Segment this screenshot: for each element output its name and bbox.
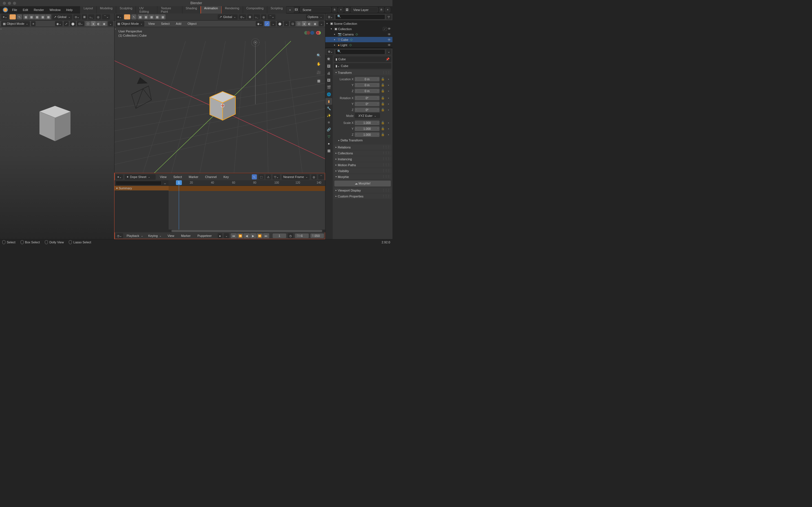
ds-marker-menu[interactable]: Marker xyxy=(186,174,201,180)
mode-dropdown-left[interactable]: ▦ Object Mode xyxy=(1,21,30,26)
workspace-tab-rendering[interactable]: Rendering xyxy=(221,5,243,15)
playhead[interactable]: 1 xyxy=(179,180,179,232)
expand-handle-icon[interactable]: › xyxy=(0,27,2,31)
jump-start-icon[interactable]: ⏮ xyxy=(231,233,237,238)
menu-help[interactable]: Help xyxy=(64,7,75,13)
ds-f-puppeteer[interactable]: Puppeteer xyxy=(195,233,214,238)
tree-row-light[interactable]: ▸● Light◇👁 xyxy=(325,42,393,48)
menu-file[interactable]: File xyxy=(10,7,20,13)
orientation-dropdown[interactable]: ↗ Global xyxy=(52,14,72,20)
add-workspace-button[interactable]: + xyxy=(287,7,294,13)
view-icon-b[interactable]: ⤢ xyxy=(64,21,69,26)
panel-motion-paths[interactable]: Motion Paths⋮⋮⋮ xyxy=(334,162,391,168)
timeline-scrollbar[interactable] xyxy=(168,230,325,232)
menu-edit[interactable]: Edit xyxy=(20,7,31,13)
orientation-gizmo[interactable]: Z Y X xyxy=(304,31,321,48)
workspace-tab-compositing[interactable]: Compositing xyxy=(243,5,267,15)
location-x-field[interactable]: 0 m xyxy=(355,77,379,81)
menu-window[interactable]: Window xyxy=(47,7,63,13)
pan-icon[interactable]: ✋ xyxy=(315,61,322,67)
snap-toggle-icon[interactable]: 𝌆 xyxy=(82,14,87,19)
select-tool-main-icon[interactable]: ▭ xyxy=(124,14,130,19)
props-editor-icon[interactable]: ⚙⌄ xyxy=(326,49,334,54)
ds-f-view[interactable]: View xyxy=(165,233,177,238)
workspace-tab-sculpting[interactable]: Sculpting xyxy=(116,5,136,15)
lock-icon[interactable]: 🔓 xyxy=(380,77,385,81)
morphle-button[interactable]: ☁ Morphle! xyxy=(335,180,391,186)
channel-search-input[interactable] xyxy=(116,181,161,185)
menu-render[interactable]: Render xyxy=(31,7,47,13)
scale-z-field[interactable]: 1.000 xyxy=(355,132,379,137)
scene-delete-icon[interactable]: × xyxy=(338,7,343,12)
keying-menu[interactable]: Keying xyxy=(147,233,163,238)
summary-row[interactable]: ▾ Summary xyxy=(114,186,168,190)
workspace-tab-animation[interactable]: Animation xyxy=(201,5,221,15)
ds-cursor-icon[interactable]: ↖ xyxy=(252,174,257,179)
tab-tool-icon[interactable]: 🛠 xyxy=(325,56,332,62)
tab-object-icon[interactable]: ▮ xyxy=(325,98,332,105)
main-viewport[interactable]: › xyxy=(114,27,325,173)
shading-solid-icon[interactable]: ● xyxy=(91,21,96,26)
dopesheet-timeline[interactable]: 20406080100120140160180200220240 1 xyxy=(168,180,325,232)
gizmo-toggle-icon[interactable]: ⤢ xyxy=(264,21,269,26)
m-snap-a-icon[interactable]: ▦ xyxy=(138,14,143,19)
tab-data-icon[interactable]: ▽ xyxy=(325,133,332,140)
viewlayer-field[interactable]: View Layer xyxy=(351,7,378,12)
gizmo-options-icon[interactable]: ⌄ xyxy=(271,21,276,26)
end-frame-field[interactable]: End250 xyxy=(310,233,324,238)
viewlayer-browse-icon[interactable]: 🖼 xyxy=(345,7,350,12)
perspective-icon[interactable]: ▦ xyxy=(315,78,322,84)
zoom-icon[interactable]: 🔍 xyxy=(315,52,322,59)
panel-custom-properties[interactable]: Custom Properties⋮⋮⋮ xyxy=(334,193,391,199)
left-viewport[interactable]: › xyxy=(0,27,114,239)
cursor-tool-main-icon[interactable]: ↖ xyxy=(132,14,137,19)
viewlayer-new-icon[interactable]: ⎘ xyxy=(379,7,384,12)
add-menu[interactable]: Add xyxy=(173,21,184,26)
view-menu[interactable]: View xyxy=(146,21,157,26)
snap-mode-main-icon[interactable]: ⏢⌄ xyxy=(254,14,260,19)
ds-prop-falloff-icon[interactable]: ⌒ xyxy=(318,174,324,179)
pivot-main-icon[interactable]: ⊙⌄ xyxy=(239,14,246,19)
timeline-ruler[interactable]: 20406080100120140160180200220240 xyxy=(168,180,325,186)
props-options-icon[interactable]: ⌄ xyxy=(386,49,391,54)
outliner-filter-icon[interactable]: ▽ xyxy=(386,14,391,19)
m-snap-d-icon[interactable]: ▦ xyxy=(154,14,160,19)
shading-render-icon[interactable]: ◉ xyxy=(101,21,107,26)
mode-dropdown-main[interactable]: ▦ Object Mode xyxy=(116,21,144,26)
jump-end-icon[interactable]: ⏭ xyxy=(263,233,269,238)
snap-toggle-main-icon[interactable]: 𝌆 xyxy=(247,14,253,19)
workspace-tab-scripting[interactable]: Scripting xyxy=(267,5,287,15)
select-menu[interactable]: Select xyxy=(158,21,172,26)
morphle-panel-header[interactable]: Morphle⋮⋮⋮ xyxy=(334,174,391,179)
panel-relations[interactable]: Relations⋮⋮⋮ xyxy=(334,145,391,150)
ds-f-marker[interactable]: Marker xyxy=(179,233,193,238)
tab-material-icon[interactable]: ● xyxy=(325,140,332,147)
camera-view-icon[interactable]: 🎥 xyxy=(315,69,322,75)
scene-name-field[interactable]: Scene xyxy=(300,7,331,12)
panel-viewport-display[interactable]: Viewport Display⋮⋮⋮ xyxy=(334,187,391,193)
cursor-tool-icon[interactable]: ↖ xyxy=(17,14,22,19)
keyframe-next-icon[interactable]: ⏩ xyxy=(257,233,263,238)
ds-prop-icon[interactable]: ◎ xyxy=(311,174,317,179)
viewlayer-delete-icon[interactable]: × xyxy=(385,7,390,12)
props-search-input[interactable]: 🔍 xyxy=(335,49,385,54)
object-menu[interactable]: Object xyxy=(185,21,199,26)
transform-panel-header[interactable]: Transform⋮⋮⋮ xyxy=(334,70,391,75)
orientation-main-dropdown[interactable]: ↗ Global xyxy=(218,14,238,20)
proportional-icon[interactable]: ◎ xyxy=(96,14,101,19)
rotation-z-field[interactable]: 0° xyxy=(355,108,379,112)
scale-x-field[interactable]: 1.000 xyxy=(355,121,379,125)
tab-output-icon[interactable]: 🖨 xyxy=(325,70,332,76)
location-y-field[interactable]: 0 m xyxy=(355,83,379,87)
tab-modifiers-icon[interactable]: 🔧 xyxy=(325,105,332,112)
shading-options-icon[interactable]: ⌄ xyxy=(108,21,113,26)
current-frame-field[interactable]: 1 xyxy=(273,233,286,238)
tree-row-camera[interactable]: ▸📷 Camera◇👁 xyxy=(325,32,393,37)
ds-view-menu[interactable]: View xyxy=(157,174,169,180)
ds-select-menu[interactable]: Select xyxy=(171,174,185,180)
snap-e-icon[interactable]: ▦ xyxy=(46,14,51,19)
m-snap-e-icon[interactable]: ▦ xyxy=(160,14,165,19)
channel-search-opts-icon[interactable]: ↔ xyxy=(162,181,167,186)
xray-icon[interactable]: ⊡ xyxy=(290,21,295,26)
play-reverse-icon[interactable]: ◀ xyxy=(244,233,250,238)
